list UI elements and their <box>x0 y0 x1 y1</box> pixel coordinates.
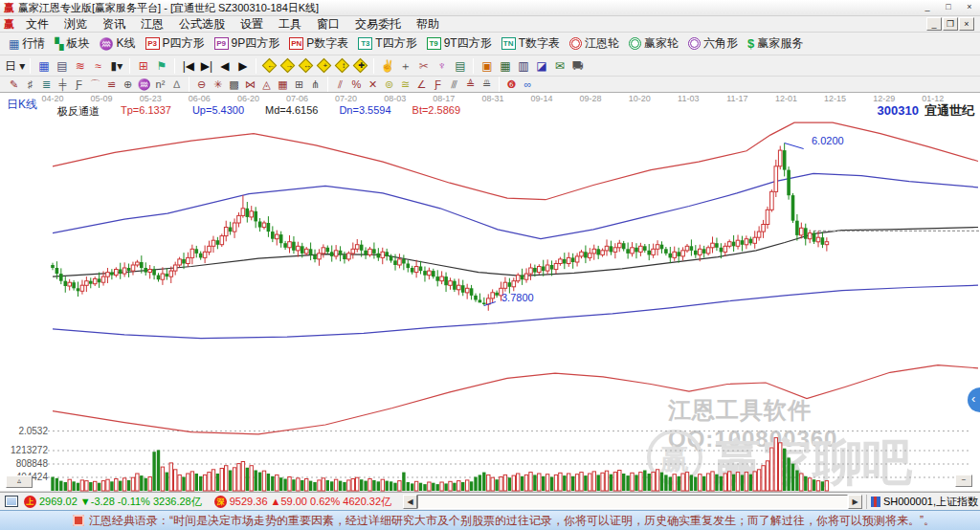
toolbar-last-bar-button[interactable]: ▶| <box>198 58 214 74</box>
toolbar-draw-bowtie-button[interactable]: ⋈ <box>243 77 257 91</box>
toolbar-draw-n2-button[interactable]: n² <box>153 77 167 91</box>
toolbar-draw-gann-grid-button[interactable]: ≣ <box>39 77 54 91</box>
toolbar-draw-hatch-button[interactable]: ♯ <box>23 77 37 91</box>
menu-10[interactable]: 帮助 <box>409 16 447 32</box>
toolbar-draw-fork-button[interactable]: ⋔ <box>308 77 323 91</box>
toolbar-p-square-button[interactable]: P3P四方形 <box>141 34 210 53</box>
toolbar-notes-button[interactable]: ▥ <box>515 58 531 74</box>
toolbar-export-button[interactable]: ⛟ <box>569 58 586 74</box>
candlestick-chart[interactable] <box>0 93 980 492</box>
toolbar-draw-speed-line-button[interactable]: ∠ <box>414 77 429 91</box>
toolbar-diamond-vexpand-icon[interactable]: ✚ <box>353 58 368 74</box>
toolbar-abacus-button[interactable]: ▤ <box>452 58 468 74</box>
current-index-label[interactable]: SH000001,上证指数 <box>866 495 978 509</box>
toolbar-diamond-hexpand-icon[interactable]: + <box>317 58 332 74</box>
toolbar-calendar-button[interactable]: ▣ <box>479 58 495 74</box>
toolbar-gann-wheel-button[interactable]: 江恩轮 <box>565 34 624 53</box>
toolbar-draw-wave-button[interactable]: ♒ <box>137 77 151 91</box>
toolbar-draw-fibo-button[interactable]: Ƒ <box>72 77 86 91</box>
toolbar-quote-list-button[interactable]: ▤ <box>54 58 70 74</box>
toolbar-board-view-button[interactable]: ▦ <box>35 58 52 74</box>
toolbar-candle-style-button[interactable]: ▮▾ <box>108 58 124 74</box>
toolbar-diamond-vshrink-icon[interactable]: ↕ <box>335 58 350 74</box>
menu-7[interactable]: 工具 <box>271 16 309 32</box>
toolbar-diamond-right-icon[interactable]: → <box>280 58 296 74</box>
toolbar-9p-square-button[interactable]: P99P四方形 <box>210 34 285 53</box>
horizontal-scrollbar[interactable]: ◀ ▶ <box>403 495 862 509</box>
toolbar-sectors-button[interactable]: ▚板块 <box>50 34 94 53</box>
maximize-icon[interactable]: □ <box>942 2 955 13</box>
toolbar-9t-square-button[interactable]: T99T四方形 <box>422 34 497 53</box>
toolbar-draw-circle-cross-button[interactable]: ⊕ <box>121 77 135 91</box>
toolbar-draw-angle-button[interactable]: ∆ <box>169 77 184 91</box>
toolbar-draw-box-button[interactable]: ▩ <box>227 77 241 91</box>
toolbar-draw-band-button[interactable]: ≞ <box>479 77 494 91</box>
toolbar-t-digit-table-button[interactable]: TNT数字表 <box>497 34 565 53</box>
toolbar-draw-star-button[interactable]: ✳ <box>211 77 225 91</box>
toolbar-winner-wheel-button[interactable]: 赢家轮 <box>624 34 683 53</box>
toolbar-draw-arc-button[interactable]: ⌒ <box>88 77 102 91</box>
toolbar-draw-grid2-button[interactable]: ▦ <box>276 77 290 91</box>
toolbar-t-square-button[interactable]: T3T四方形 <box>353 34 421 53</box>
toolbar-draw-reg-button[interactable]: ≜ <box>463 77 478 91</box>
toolbar-trend-line2-button[interactable]: ≈ <box>90 58 106 74</box>
minimize-pane-button[interactable]: − <box>955 475 972 487</box>
menu-5[interactable]: 公式选股 <box>171 16 233 32</box>
close-icon[interactable]: × <box>963 2 976 13</box>
toolbar-crosshair-tool-button[interactable]: ＋ <box>397 58 413 74</box>
quote-grid-icon[interactable] <box>5 496 18 507</box>
menu-9[interactable]: 交易委托 <box>347 16 409 32</box>
shenzhen-index-icon[interactable]: 深 <box>214 496 227 508</box>
toolbar-draw-lines-fan-button[interactable]: ⫽ <box>333 77 347 91</box>
menu-6[interactable]: 设置 <box>233 16 271 32</box>
menu-4[interactable]: 江恩 <box>133 16 171 32</box>
expand-pane-button[interactable]: ▵ <box>6 475 33 488</box>
toolbar-draw-f-line-button[interactable]: Ƒ <box>431 77 445 91</box>
toolbar-diamond-left-icon[interactable]: ← <box>262 58 278 74</box>
toolbar-draw-gold-circle-button[interactable]: ⊚ <box>382 77 396 91</box>
menu-1[interactable]: 文件 <box>18 16 56 32</box>
menu-2[interactable]: 浏览 <box>56 16 95 32</box>
toolbar-draw-cycle-button[interactable]: ≌ <box>104 77 119 91</box>
toolbar-hexagon-button[interactable]: 六角形 <box>683 34 743 53</box>
toolbar-draw-rail-button[interactable]: ⊞ <box>292 77 306 91</box>
toolbar-next-bar-button[interactable]: ▶ <box>234 58 251 74</box>
toolbar-kline-button[interactable]: ♒K线 <box>95 34 141 53</box>
toolbar-gann-hat-button[interactable]: ♆ <box>434 58 450 74</box>
toolbar-draw-target-button[interactable]: ⊖ <box>194 77 209 91</box>
toolbar-first-bar-button[interactable]: |◀ <box>180 58 196 74</box>
mdi-restore-icon[interactable]: ❐ <box>943 17 958 31</box>
toolbar-draw-pct-button[interactable]: % <box>349 77 364 91</box>
toolbar-p-digit-table-button[interactable]: PNP数字表 <box>284 34 353 53</box>
toolbar-flag-tool-button[interactable]: ⚑ <box>153 58 169 74</box>
toolbar-draw-time-ruler-button[interactable]: ╪ <box>56 77 70 91</box>
toolbar-restore-view-button[interactable]: ⊞ <box>135 58 151 74</box>
menu-3[interactable]: 资讯 <box>95 16 133 32</box>
toolbar-draw-tri-button[interactable]: ◬ <box>259 77 274 91</box>
toolbar-infinity-button[interactable]: ∞ <box>521 77 535 91</box>
shanghai-index-quote[interactable]: 2969.02 ▼-3.28 -0.11% 3236.28亿 <box>39 495 202 509</box>
toolbar-trend-line-red-button[interactable]: ≋ <box>72 58 88 74</box>
toolbar-draw-pct-line-button[interactable]: ✕ <box>366 77 380 91</box>
toolbar-calculator-button[interactable]: ▦ <box>497 58 513 74</box>
toolbar-period-daily-button[interactable]: 日 ▾ <box>5 58 25 74</box>
scrollbar-track[interactable] <box>417 495 848 509</box>
toolbar-mail-button[interactable]: ✉ <box>551 58 568 74</box>
minimize-icon[interactable]: _ <box>921 2 934 13</box>
toolbar-quotes-button[interactable]: ▦行情 <box>4 34 50 53</box>
shenzhen-index-quote[interactable]: 9529.36 ▲59.00 0.62% 4620.32亿 <box>230 495 391 509</box>
toolbar-diamond-hshrink-icon[interactable]: ↔ <box>299 58 314 74</box>
toolbar-save-button[interactable]: ◪ <box>533 58 549 74</box>
toolbar-prev-bar-button[interactable]: ◀ <box>216 58 233 74</box>
kline-chart-window[interactable]: 江恩工具软件 QQ:100800360 赢 赢家聊吧 日K线 04-2005-0… <box>0 92 980 492</box>
toolbar-draw-gold-line-button[interactable]: ≊ <box>398 77 412 91</box>
toolbar-yinyang-6-button[interactable]: ❻ <box>504 77 519 91</box>
mdi-close-icon[interactable]: × <box>959 17 974 31</box>
mdi-minimize-icon[interactable]: _ <box>926 17 942 31</box>
toolbar-draw-channel-button[interactable]: ⫻ <box>447 77 461 91</box>
menu-8[interactable]: 窗口 <box>309 16 347 32</box>
toolbar-winner-service-button[interactable]: $赢家服务 <box>743 34 808 53</box>
shanghai-index-icon[interactable]: 上 <box>24 496 36 508</box>
toolbar-measure-tool-button[interactable]: ✂ <box>415 58 432 74</box>
toolbar-hand-tool-button[interactable]: ✌ <box>379 58 395 74</box>
